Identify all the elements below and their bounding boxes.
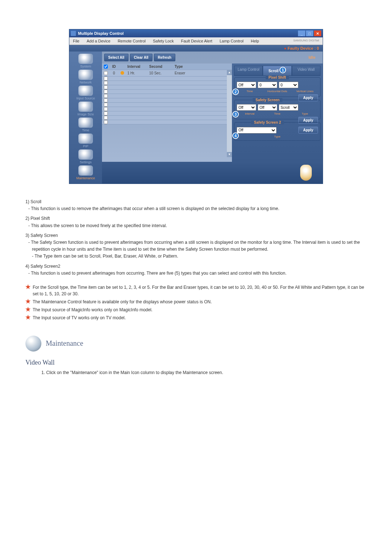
safety-screen-2-apply-button[interactable]: Apply — [298, 127, 318, 134]
note-4: The Input source of TV works only on TV … — [33, 315, 126, 321]
row-checkbox[interactable] — [104, 90, 108, 94]
row-checkbox[interactable] — [104, 85, 108, 89]
pip-icon — [78, 134, 93, 144]
refresh-button[interactable]: Refresh — [154, 54, 175, 61]
table-row[interactable] — [102, 98, 232, 103]
table-row[interactable] — [102, 77, 232, 81]
sidebar-item-input-source[interactable]: Input Source — [71, 86, 100, 100]
faulty-device-label: Faulty Device : 0 — [287, 46, 319, 50]
close-button[interactable]: ✕ — [314, 30, 321, 36]
explain-4-desc: This function is used to prevent afterim… — [32, 270, 367, 277]
safety-screen-type-select[interactable]: Scroll — [279, 104, 298, 111]
select-all-button[interactable]: Select All — [104, 54, 128, 61]
video-wall-subheading: Video Wall — [25, 359, 367, 366]
row-checkbox[interactable] — [104, 94, 108, 98]
scroll-down-icon[interactable]: ▼ — [227, 152, 232, 157]
sidebar-item-pip[interactable]: PIP — [71, 134, 100, 148]
right-panel: Lamp Control Scroll 1 Video Wall Pixel S… — [232, 63, 323, 162]
menu-lamp-control[interactable]: Lamp Control — [216, 37, 247, 45]
window-title: Multiple Display Control — [78, 31, 124, 36]
maintenance-heading: Maintenance — [46, 339, 83, 348]
table-row[interactable] — [102, 111, 232, 116]
table-row[interactable] — [102, 94, 232, 98]
row-checkbox[interactable] — [104, 77, 108, 81]
col-second: Second — [148, 63, 173, 70]
titlebar: Multiple Display Control _ □ ✕ — [69, 29, 323, 37]
scrollbar[interactable]: ▲ ▼ — [227, 70, 232, 157]
sidebar-item-settings[interactable]: Settings — [71, 149, 100, 164]
maximize-button[interactable]: □ — [306, 30, 313, 36]
safety-screen-2-panel: Safety Screen 2 Off Apply Type 4 — [234, 122, 320, 141]
faulty-device-bar: ● Faulty Device : 0 — [69, 45, 323, 52]
network-icon — [78, 70, 93, 80]
safety-screen-interval-select[interactable]: Off — [237, 104, 256, 111]
table-row[interactable] — [102, 116, 232, 120]
menu-safety-lock[interactable]: Safety Lock — [149, 37, 177, 45]
explain-1-title: 1) Scroll — [25, 198, 367, 205]
row-checkbox[interactable] — [104, 111, 108, 115]
image-size-icon — [78, 102, 93, 112]
row-checkbox[interactable] — [104, 103, 108, 107]
callout-1: 1 — [279, 67, 286, 73]
safety-screen-2-type-select[interactable]: Off — [237, 127, 277, 134]
scroll-up-icon[interactable]: ▲ — [227, 70, 232, 75]
minimize-button[interactable]: _ — [298, 30, 305, 36]
header-checkbox[interactable] — [104, 65, 108, 69]
tab-scroll[interactable]: Scroll 1 — [263, 66, 291, 76]
menu-file[interactable]: File — [69, 37, 83, 45]
table-row[interactable] — [102, 90, 232, 94]
safety-screen-time-select[interactable]: Off — [258, 104, 277, 111]
row-checkbox[interactable] — [104, 116, 108, 120]
sidebar-item-maintenance[interactable]: Maintenance — [71, 165, 100, 180]
clear-all-button[interactable]: Clear All — [130, 54, 152, 61]
note-1: For the Scroll type, the Time item can b… — [33, 284, 367, 297]
input-source-icon — [78, 86, 93, 96]
menu-add-device[interactable]: Add a Device — [83, 37, 114, 45]
table-row[interactable] — [102, 103, 232, 107]
sidebar-item-network[interactable]: Network — [71, 70, 100, 84]
table-row[interactable] — [102, 85, 232, 90]
col-interval: Interval — [126, 63, 148, 70]
app-icon — [71, 31, 76, 36]
row-checkbox[interactable] — [104, 120, 108, 124]
menu-fault-device-alert[interactable]: Fault Device Alert — [177, 37, 216, 45]
sidebar-item-time[interactable]: Time — [71, 118, 100, 132]
table-row[interactable] — [102, 120, 232, 124]
pixel-shift-vlines-select[interactable]: 0 — [279, 82, 298, 88]
menubar: File Add a Device Remote Control Safety … — [69, 37, 323, 45]
grid-body: 0 1 Hr. 10 Sec. Eraser — [102, 70, 232, 157]
status-dot-icon — [121, 71, 124, 75]
note-2: The Maintenance Control feature is avail… — [33, 299, 212, 305]
settings-icon — [78, 149, 93, 160]
menu-help[interactable]: Help — [247, 37, 263, 45]
row-checkbox[interactable] — [104, 107, 108, 111]
table-row[interactable]: 0 1 Hr. 10 Sec. Eraser — [102, 70, 232, 77]
explain-4-title: 4) Safety Screen2 — [25, 263, 367, 270]
star-icon: ★ — [25, 299, 30, 304]
explain-1-desc: This function is used to remove the afte… — [32, 205, 367, 212]
sidebar-item-system[interactable]: System — [71, 54, 100, 68]
safety-screen-panel: Safety Screen Off Off Scroll Interval Ti… — [234, 100, 320, 119]
system-icon — [78, 54, 93, 64]
sidebar: System Network Input Source Image Size T… — [69, 52, 102, 184]
table-row[interactable] — [102, 107, 232, 111]
row-checkbox[interactable] — [104, 98, 108, 102]
note-3: The Input source of MagicInfo works only… — [33, 307, 152, 313]
tab-video-wall[interactable]: Video Wall — [292, 66, 320, 76]
tab-lamp-control[interactable]: Lamp Control — [234, 66, 263, 76]
callout-4: 4 — [232, 132, 239, 139]
row-checkbox[interactable] — [104, 81, 108, 85]
bottom-bar — [102, 162, 323, 184]
star-icon: ★ — [25, 307, 30, 312]
idle-status: Idle — [303, 54, 320, 61]
sidebar-item-image-size[interactable]: Image Size — [71, 102, 100, 116]
app-window: Multiple Display Control _ □ ✕ File Add … — [69, 29, 323, 184]
pixel-shift-hdots-select[interactable]: 0 — [258, 82, 277, 88]
pixel-shift-onoff-select[interactable]: Off — [237, 82, 256, 88]
maintenance-section-icon — [25, 336, 41, 352]
table-row[interactable] — [102, 81, 232, 85]
star-icon: ★ — [25, 284, 30, 290]
menu-remote-control[interactable]: Remote Control — [114, 37, 149, 45]
explain-3-title: 3) Safety Screen — [25, 232, 367, 239]
row-checkbox[interactable] — [104, 71, 108, 75]
